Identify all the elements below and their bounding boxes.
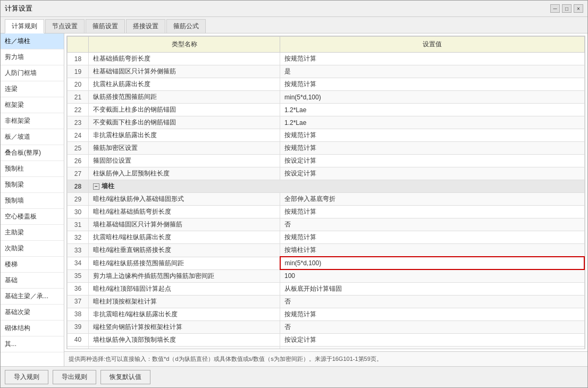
- row-num: 32: [68, 231, 89, 244]
- row-value[interactable]: min(5*d,100): [280, 91, 585, 104]
- row-name: 暗柱/端柱基础插筋弯折长度: [89, 206, 280, 218]
- sidebar: 柱／墙柱 剪力墙 人防门框墙 连梁 框架梁 非框架梁 板／坡道 叠合板(整厚) …: [1, 33, 64, 366]
- sidebar-item-frame-beam[interactable]: 框架梁: [1, 97, 64, 113]
- table-row[interactable]: 23不变截面下柱多出的钢筋锚固1.2*Lae: [68, 116, 585, 129]
- close-button[interactable]: ×: [574, 4, 583, 13]
- sidebar-item-foundation-main[interactable]: 基础主梁／承...: [1, 289, 64, 305]
- row-value[interactable]: 100: [280, 269, 585, 282]
- row-value[interactable]: 按墙柱计算: [280, 244, 585, 257]
- table-row[interactable]: 26箍固部位设置按设定计算: [68, 155, 585, 167]
- minimize-button[interactable]: ─: [550, 4, 560, 13]
- row-name: 墙柱基础锚固区只计算外侧箍筋: [89, 218, 280, 231]
- sidebar-item-stairs[interactable]: 楼梯: [1, 257, 64, 273]
- sidebar-item-precast-wall[interactable]: 预制墙: [1, 193, 64, 209]
- restore-button[interactable]: 恢复默认值: [100, 370, 150, 384]
- row-num: 36: [68, 282, 89, 295]
- sidebar-item-foundation-sec[interactable]: 基础次梁: [1, 305, 64, 320]
- sidebar-item-foundation[interactable]: 基础: [1, 273, 64, 289]
- table-row[interactable]: 30暗柱/端柱基础插筋弯折长度按规范计算: [68, 206, 585, 218]
- table-row[interactable]: 34暗柱/端柱纵筋搭接范围箍筋间距min(5*d,100): [68, 257, 585, 269]
- row-value[interactable]: 按规范计算: [280, 346, 585, 349]
- sidebar-item-masonry[interactable]: 砌体结构: [1, 320, 64, 336]
- table-row[interactable]: 37暗柱封顶按框架柱计算否: [68, 295, 585, 308]
- table-row[interactable]: 31墙柱基础锚固区只计算外侧箍筋否: [68, 218, 585, 231]
- row-value[interactable]: 否: [280, 295, 585, 308]
- sidebar-item-precast-col[interactable]: 预制柱: [1, 161, 64, 177]
- sidebar-item-air-defense[interactable]: 人防门框墙: [1, 65, 64, 81]
- sidebar-item-other[interactable]: 其...: [1, 336, 64, 352]
- table-row[interactable]: 41约束边缘非阴影区基础插筋弯折长度按规范计算: [68, 346, 585, 349]
- row-value[interactable]: 1.2*Lae: [280, 104, 585, 116]
- row-value[interactable]: 1.2*Lae: [280, 116, 585, 129]
- row-name: 端柱竖向钢筋计算按框架柱计算: [89, 320, 280, 333]
- table-row[interactable]: 29暗柱/端柱纵筋伸入基础锚固形式全部伸入基底弯折: [68, 193, 585, 206]
- row-name: 暗柱/端柱垂直钢筋搭接长度: [89, 244, 280, 257]
- export-button[interactable]: 导出规则: [53, 370, 96, 384]
- table-row[interactable]: 18柱基础插筋弯折长度按规范计算: [68, 53, 585, 65]
- table-row[interactable]: 38非抗震暗柱/端柱纵筋露出长度按规范计算: [68, 308, 585, 320]
- table-row[interactable]: 36暗柱/端柱顶部锚固计算起点从板底开始计算锚固: [68, 282, 585, 295]
- row-name: 柱纵筋伸入上层预制柱长度: [89, 167, 280, 180]
- row-name: 暗柱/端柱纵筋搭接范围箍筋间距: [89, 257, 280, 269]
- table-row[interactable]: 20抗震柱从筋露出长度按规范计算: [68, 78, 585, 91]
- row-num: 19: [68, 65, 89, 78]
- tab-node-settings[interactable]: 节点设置: [45, 19, 85, 33]
- row-value[interactable]: 按规范计算: [280, 308, 585, 320]
- table-row[interactable]: 21纵筋搭接范围箍筋间距min(5*d,100): [68, 91, 585, 104]
- row-value[interactable]: 从板底开始计算锚固: [280, 282, 585, 295]
- sidebar-item-non-frame-beam[interactable]: 非框架梁: [1, 113, 64, 129]
- table-row[interactable]: 35剪力墙上边缘构件插筋范围内箍筋加密间距100: [68, 269, 585, 282]
- sidebar-item-lian-liang[interactable]: 连梁: [1, 81, 64, 97]
- row-num: 28: [68, 180, 89, 193]
- sidebar-item-precast-beam[interactable]: 预制梁: [1, 177, 64, 193]
- row-num: 21: [68, 91, 89, 104]
- row-value[interactable]: 按规范计算: [280, 142, 585, 155]
- tab-splice-settings[interactable]: 搭接设置: [126, 19, 165, 33]
- table-row[interactable]: 28−墙柱: [68, 180, 585, 193]
- maximize-button[interactable]: □: [562, 4, 572, 13]
- table-row[interactable]: 40墙柱纵筋伸入顶部预制墙长度按设定计算: [68, 333, 585, 346]
- row-value[interactable]: 按规范计算: [280, 129, 585, 142]
- row-name: 不变截面上柱多出的钢筋锚固: [89, 104, 280, 116]
- sidebar-item-hollow-floor[interactable]: 空心楼盖板: [1, 209, 64, 225]
- table-row[interactable]: 25箍筋加密区设置按规范计算: [68, 142, 585, 155]
- row-value[interactable]: 全部伸入基底弯折: [280, 193, 585, 206]
- row-num: 27: [68, 167, 89, 180]
- col-header-value: 设置值: [280, 37, 585, 53]
- table-row[interactable]: 22不变截面上柱多出的钢筋锚固1.2*Lae: [68, 104, 585, 116]
- tab-bar: 计算规则 节点设置 箍筋设置 搭接设置 箍筋公式: [1, 17, 587, 33]
- sidebar-item-main-sec-beam[interactable]: 主助梁: [1, 225, 64, 241]
- row-value[interactable]: 是: [280, 65, 585, 78]
- table-row[interactable]: 27柱纵筋伸入上层预制柱长度按设定计算: [68, 167, 585, 180]
- row-value[interactable]: 按规范计算: [280, 231, 585, 244]
- row-value[interactable]: 按设定计算: [280, 155, 585, 167]
- tab-calc-rules[interactable]: 计算规则: [5, 19, 44, 33]
- status-bar: 提供两种选择:也可以直接输入：数值*d（d为纵筋直径）或具体数值或s/数值（s为…: [64, 351, 587, 366]
- sidebar-item-shear-wall[interactable]: 剪力墙: [1, 49, 64, 65]
- table-row[interactable]: 19柱基础锚固区只计算外侧箍筋是: [68, 65, 585, 78]
- tab-rebar-formula[interactable]: 箍筋公式: [166, 19, 206, 33]
- row-name: 抗震暗柱/端柱纵筋露出长度: [89, 231, 280, 244]
- sidebar-item-col-wall[interactable]: 柱／墙柱: [1, 33, 64, 49]
- sidebar-item-slab-slope[interactable]: 板／坡道: [1, 129, 64, 145]
- row-value[interactable]: 按规范计算: [280, 53, 585, 65]
- row-name: 箍固部位设置: [89, 155, 280, 167]
- row-value[interactable]: 按规范计算: [280, 78, 585, 91]
- table-row[interactable]: 24非抗震柱纵筋露出长度按规范计算: [68, 129, 585, 142]
- table-row[interactable]: 33暗柱/端柱垂直钢筋搭接长度按墙柱计算: [68, 244, 585, 257]
- row-value[interactable]: min(5*d,100): [280, 257, 585, 269]
- row-value[interactable]: 按设定计算: [280, 333, 585, 346]
- row-num: 29: [68, 193, 89, 206]
- row-value[interactable]: 否: [280, 218, 585, 231]
- row-value[interactable]: 按设定计算: [280, 167, 585, 180]
- sidebar-item-sec-beam[interactable]: 次助梁: [1, 241, 64, 257]
- tab-rebar-settings[interactable]: 箍筋设置: [86, 19, 125, 33]
- table-row[interactable]: 32抗震暗柱/端柱纵筋露出长度按规范计算: [68, 231, 585, 244]
- row-value[interactable]: 按规范计算: [280, 206, 585, 218]
- main-content: 柱／墙柱 剪力墙 人防门框墙 连梁 框架梁 非框架梁 板／坡道 叠合板(整厚) …: [1, 33, 587, 366]
- table-container[interactable]: 类型名称 设置值 18柱基础插筋弯折长度按规范计算19柱基础锚固区只计算外侧箍筋…: [66, 36, 585, 349]
- row-value[interactable]: 否: [280, 320, 585, 333]
- table-row[interactable]: 39端柱竖向钢筋计算按框架柱计算否: [68, 320, 585, 333]
- sidebar-item-composite-slab[interactable]: 叠合板(整厚): [1, 145, 64, 161]
- import-button[interactable]: 导入规则: [5, 370, 48, 384]
